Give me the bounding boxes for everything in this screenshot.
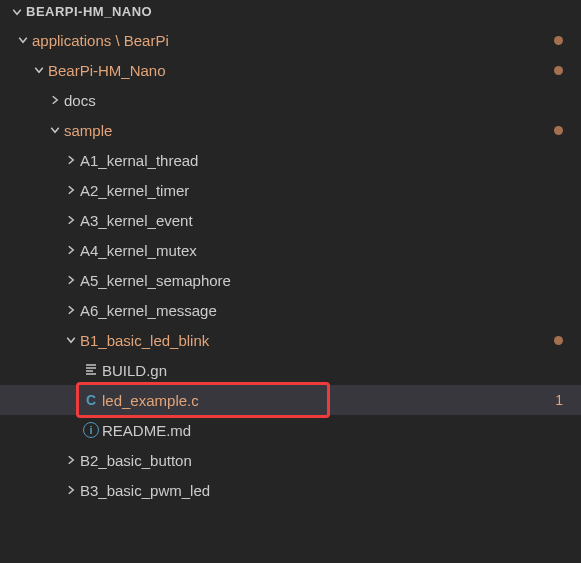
git-status-dot-icon xyxy=(554,36,563,45)
tree-file-readme[interactable]: i README.md xyxy=(0,415,581,445)
tree-folder-sample[interactable]: sample xyxy=(0,115,581,145)
chevron-down-icon xyxy=(30,64,48,76)
info-file-icon: i xyxy=(80,422,102,438)
tree-folder-bearpi-hm-nano[interactable]: BearPi-HM_Nano xyxy=(0,55,581,85)
chevron-right-icon xyxy=(62,184,80,196)
folder-label: sample xyxy=(64,122,112,139)
folder-label: B1_basic_led_blink xyxy=(80,332,209,349)
tree-folder-a5[interactable]: A5_kernel_semaphore xyxy=(0,265,581,295)
tree-folder-a6[interactable]: A6_kernel_message xyxy=(0,295,581,325)
file-tree: applications \ BearPi BearPi-HM_Nano doc… xyxy=(0,23,581,507)
chevron-right-icon xyxy=(62,214,80,226)
chevron-right-icon xyxy=(62,154,80,166)
tree-folder-b1[interactable]: B1_basic_led_blink xyxy=(0,325,581,355)
folder-label: A5_kernel_semaphore xyxy=(80,272,231,289)
tree-folder-b3[interactable]: B3_basic_pwm_led xyxy=(0,475,581,505)
c-file-icon: C xyxy=(80,391,102,409)
folder-label: B3_basic_pwm_led xyxy=(80,482,210,499)
tree-folder-docs[interactable]: docs xyxy=(0,85,581,115)
chevron-right-icon xyxy=(62,274,80,286)
tree-file-led-example[interactable]: C led_example.c 1 xyxy=(0,385,581,415)
workspace-title: BEARPI-HM_NANO xyxy=(26,4,152,19)
tree-folder-a1[interactable]: A1_kernal_thread xyxy=(0,145,581,175)
file-label: README.md xyxy=(102,422,191,439)
chevron-down-icon xyxy=(46,124,64,136)
git-status-dot-icon xyxy=(554,126,563,135)
folder-label: applications \ BearPi xyxy=(32,32,169,49)
folder-label: A1_kernal_thread xyxy=(80,152,198,169)
tree-folder-a4[interactable]: A4_kernel_mutex xyxy=(0,235,581,265)
folder-label: docs xyxy=(64,92,96,109)
git-status-dot-icon xyxy=(554,66,563,75)
chevron-right-icon xyxy=(62,484,80,496)
folder-label: A2_kernel_timer xyxy=(80,182,189,199)
folder-label: A4_kernel_mutex xyxy=(80,242,197,259)
tree-folder-a3[interactable]: A3_kernel_event xyxy=(0,205,581,235)
chevron-down-icon xyxy=(14,34,32,46)
folder-label: A3_kernel_event xyxy=(80,212,193,229)
file-label: BUILD.gn xyxy=(102,362,167,379)
explorer-header[interactable]: BEARPI-HM_NANO xyxy=(0,0,581,23)
chevron-right-icon xyxy=(46,94,64,106)
chevron-down-icon xyxy=(8,6,26,18)
folder-label: A6_kernel_message xyxy=(80,302,217,319)
chevron-right-icon xyxy=(62,244,80,256)
git-change-count: 1 xyxy=(549,392,563,408)
tree-folder-applications-bearpi[interactable]: applications \ BearPi xyxy=(0,25,581,55)
file-label: led_example.c xyxy=(102,392,199,409)
tree-file-build-gn[interactable]: BUILD.gn xyxy=(0,355,581,385)
chevron-right-icon xyxy=(62,304,80,316)
git-status-dot-icon xyxy=(554,336,563,345)
chevron-down-icon xyxy=(62,334,80,346)
folder-label: B2_basic_button xyxy=(80,452,192,469)
tree-folder-b2[interactable]: B2_basic_button xyxy=(0,445,581,475)
folder-label: BearPi-HM_Nano xyxy=(48,62,166,79)
tree-folder-a2[interactable]: A2_kernel_timer xyxy=(0,175,581,205)
chevron-right-icon xyxy=(62,454,80,466)
file-lines-icon xyxy=(80,362,102,378)
